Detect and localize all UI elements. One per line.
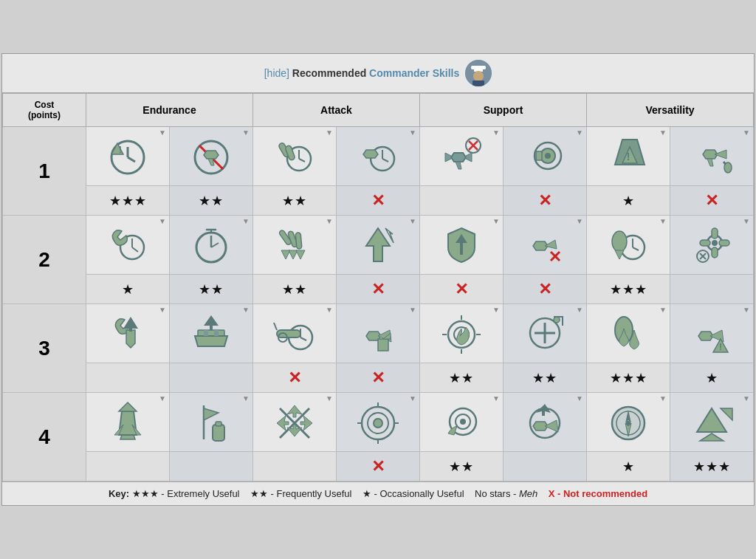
skill-icon-no-aircraft	[186, 132, 236, 178]
svg-point-30	[724, 162, 732, 173]
skill-2-sup-2[interactable]: ▼	[504, 216, 587, 275]
skill-4-sup-2[interactable]: ▼	[504, 393, 587, 452]
skill-2-sup-1[interactable]: ▼	[420, 216, 504, 275]
svg-marker-122	[697, 408, 726, 432]
chevron-icon: ▼	[409, 394, 416, 402]
svg-rect-41	[295, 232, 302, 249]
skill-3-end-1[interactable]: ▼	[86, 304, 170, 363]
skill-1-end-1[interactable]: ▼ !	[86, 127, 170, 186]
skill-2-ver-1[interactable]: ▼	[587, 216, 670, 275]
svg-point-53	[612, 231, 627, 252]
chevron-icon: ▼	[492, 128, 500, 137]
chevron-icon: ▼	[326, 306, 333, 314]
rating-2-end-1: ★	[86, 275, 170, 304]
chevron-icon: ▼	[242, 217, 250, 225]
skill-icon-warning-clock: !	[103, 132, 153, 178]
svg-marker-43	[289, 250, 298, 259]
svg-rect-4	[472, 80, 484, 86]
svg-text:!: !	[119, 145, 122, 155]
skill-3-end-2[interactable]: ▼	[170, 304, 253, 363]
skill-icon-flag-bottle	[186, 398, 236, 444]
chevron-icon: ▼	[242, 394, 250, 402]
rating-1-ver-1: ★	[587, 186, 670, 216]
skill-icon-rockets-clock	[269, 132, 320, 178]
hide-link[interactable]: [hide]	[264, 67, 289, 79]
skill-4-sup-1[interactable]: ▼	[420, 393, 504, 452]
skill-3-ver-1[interactable]: ▼	[587, 304, 670, 363]
svg-marker-77	[378, 339, 388, 351]
skill-icon-aircraft-cross2	[520, 221, 570, 267]
skill-3-ver-2[interactable]: ▼ !	[670, 304, 754, 363]
svg-point-114	[460, 419, 466, 425]
svg-marker-103	[277, 416, 289, 431]
header-text: [hide] Recommended Commander Skills	[264, 67, 460, 79]
skill-3-atk-2[interactable]: ▼	[337, 304, 420, 363]
skill-1-ver-1[interactable]: ▼ !	[587, 127, 670, 186]
chevron-icon: ▼	[743, 394, 750, 402]
rating-4-ver-2: ★★★	[670, 452, 754, 481]
skill-4-atk-1[interactable]: ▼	[253, 393, 337, 452]
skill-icon-engine-circle	[520, 132, 570, 178]
skill-icon-cannon-clock	[269, 309, 320, 355]
svg-point-25	[545, 153, 551, 159]
skill-3-sup-2[interactable]: ▼	[504, 304, 587, 363]
rating-3-ver-1: ★★★	[587, 363, 670, 393]
rating-2-atk-1: ★★	[253, 275, 337, 304]
skill-icon-rockets2	[269, 221, 320, 267]
rating-2-sup-1: ✕	[420, 275, 504, 304]
rating-1-end-1: ★★★	[86, 186, 170, 216]
skill-1-sup-2[interactable]: ▼	[504, 127, 587, 186]
rating-3-ver-2: ★	[670, 363, 754, 393]
svg-marker-96	[204, 408, 219, 420]
cross-key: X - Not recommended	[549, 488, 647, 499]
skill-3-atk-1[interactable]: ▼	[253, 304, 337, 363]
svg-line-76	[274, 323, 277, 330]
skill-icon-circle-aircraft	[520, 398, 570, 444]
row-1-ratings: ★★★ ★★ ★★ ✕ ✕ ★ ✕	[3, 186, 754, 216]
chevron-icon: ▼	[159, 128, 166, 137]
rating-1-ver-2: ✕	[670, 186, 754, 216]
no-star-key: No stars - Meh	[475, 488, 537, 499]
skill-1-ver-2[interactable]: ▼	[670, 127, 754, 186]
skill-2-end-1[interactable]: ▼	[86, 216, 170, 275]
skill-icon-warning-triangle: !	[603, 132, 653, 178]
skill-icon-shield-up	[436, 221, 487, 267]
svg-point-88	[554, 317, 560, 323]
skill-2-atk-1[interactable]: ▼	[253, 216, 337, 275]
skill-4-end-2[interactable]: ▼	[170, 393, 253, 452]
svg-point-56	[712, 240, 718, 246]
rating-1-end-2: ★★	[170, 186, 253, 216]
three-star-key: ★★★ - Extremely Useful	[132, 488, 240, 499]
skill-2-end-2[interactable]: ▼	[170, 216, 253, 275]
skill-4-ver-2[interactable]: ▼	[670, 393, 754, 452]
rating-3-sup-1: ★★	[420, 363, 504, 393]
skill-2-atk-2[interactable]: ▼	[337, 216, 420, 275]
skill-4-ver-1[interactable]: ▼	[587, 393, 670, 452]
skill-icon-wrench-up	[103, 309, 153, 355]
skill-icon-cross-arrows	[269, 398, 320, 444]
row-4-ratings: ✕ ★★ ★ ★★★	[3, 452, 754, 481]
svg-marker-102	[287, 425, 302, 436]
skill-icon-aircraft-warning: !	[687, 309, 737, 355]
rating-4-atk-2: ✕	[337, 452, 420, 481]
skill-3-sup-1[interactable]: ▼	[420, 304, 504, 363]
skill-icon-ship-up	[186, 309, 236, 355]
rating-1-sup-1	[420, 186, 504, 216]
rating-2-sup-2: ✕	[504, 275, 587, 304]
rating-2-end-2: ★★	[170, 275, 253, 304]
skill-1-atk-1[interactable]: ▼	[253, 127, 337, 186]
skill-4-atk-2[interactable]: ▼	[337, 393, 420, 452]
skill-2-ver-2[interactable]: ▼	[670, 216, 754, 275]
skill-4-end-1[interactable]: ▼	[86, 393, 170, 452]
chevron-icon: ▼	[326, 128, 333, 137]
skill-icon-aircraft-cross	[436, 132, 487, 178]
svg-line-73	[300, 337, 306, 340]
skill-1-atk-2[interactable]: ▼	[337, 127, 420, 186]
skill-1-end-2[interactable]: ▼	[170, 127, 253, 186]
row-2-icons: 2 ▼ ▼	[3, 216, 754, 275]
skill-1-sup-1[interactable]: ▼	[420, 127, 504, 186]
skill-icon-rocket-up	[103, 398, 153, 444]
one-star-key: ★ - Occasionally Useful	[362, 488, 464, 499]
footer-key: Key: ★★★ - Extremely Useful ★★ - Frequen…	[2, 481, 754, 505]
col-attack: Attack	[253, 94, 420, 127]
